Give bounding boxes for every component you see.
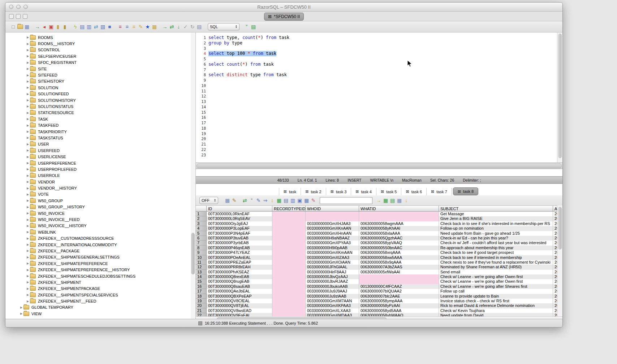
cell-subject[interactable]: Follow-up on nomination [439,226,553,231]
disclosure-triangle-icon[interactable]: ▶ [26,293,30,296]
sql-editor[interactable]: 1select type, count(*) from task2group b… [196,32,557,162]
cell-id[interactable]: 00T3000000PfvKSEAZ [207,270,272,274]
disclosure-triangle-icon[interactable]: ▶ [26,193,30,196]
editor-line-1[interactable]: 1select type, count(*) from task [196,35,557,40]
execute-statement-icon[interactable]: → [161,23,168,30]
cell-subject[interactable]: Check back to see if good target prospec… [439,250,553,255]
cell-whatid[interactable]: 006300000058yhWAAQ [359,313,439,316]
minimize-window-icon[interactable] [16,5,21,9]
disclosure-triangle-icon[interactable]: ▶ [26,249,30,252]
cell-whatid[interactable]: 006300000058xrqAAA [359,250,439,255]
disclosure-triangle-icon[interactable]: ▶ [26,48,30,52]
tree-item-w50_invoice__history[interactable]: ▶W50_INVOICE__HISTORY [5,223,195,229]
row-number-cell[interactable]: 19 [196,299,207,303]
tree-item-zkfedex__package[interactable]: ▶ZKFEDEX__PACKAGE [5,248,195,254]
disclosure-triangle-icon[interactable]: ▶ [26,281,30,284]
edit-cell-icon[interactable]: ✎ [255,197,262,204]
table-row[interactable]: 800T3000000P46qnEAB0033000000H9i0pAAB006… [196,246,557,250]
column-header-whatid[interactable]: WHATID [359,205,439,212]
row-number-cell[interactable]: 21 [196,308,207,313]
tree-item-sfdc_registrant[interactable]: ▶SFDC_REGISTRANT [5,60,195,66]
row-number-cell[interactable]: 22 [196,313,207,316]
compare-icon[interactable]: ≡ [117,23,124,30]
tree-item-userfeed[interactable]: ▶USERFEED [5,147,195,153]
cell-whatid[interactable]: 00630000005S0bnAAC [359,246,439,250]
tree-item-scontrol[interactable]: ▶SCONTROL [5,47,195,53]
tree-item-zkfedex__shipmentpackage[interactable]: ▶ZKFEDEX__SHIPMENTPACKAGE [5,286,195,292]
cell-recordtypeid[interactable] [272,246,306,250]
cell-id[interactable]: 00T3000000PRR8rEAH [207,265,272,269]
cell-subject[interactable]: Rick to email David & reference Delmonte… [439,303,553,308]
table-row[interactable]: 600T3000000P3tuvEAB0033000000H9aNBAAZ006… [196,236,557,240]
result-tab-task-7[interactable]: ⊠task 7 [427,188,452,195]
disclosure-triangle-icon[interactable]: ▶ [26,237,30,240]
cell-whatid[interactable]: 006300000058yPzAAI [359,303,439,308]
row-number-cell[interactable]: 2 [196,216,207,221]
disclosure-triangle-icon[interactable]: ▶ [26,105,30,108]
tree-item-solutionfeed[interactable]: ▶SOLUTIONFEED [5,91,195,97]
cell-subject[interactable]: Check w/ Leanne - we're going after Owen… [439,274,553,279]
cell-subject[interactable]: Nominated by Shane Freeman at ANZ (HR50) [439,265,553,269]
row-number-cell[interactable]: 6 [196,236,207,240]
column-header-subject[interactable]: SUBJECT [439,205,553,212]
result-tab-task[interactable]: ⊠task [279,188,301,195]
cell-id[interactable]: 00T3000000QAeJbEAL [207,289,272,294]
editor-line-11[interactable]: 11 [196,88,557,94]
cell-subject[interactable]: Check w/ Kevin Tsujihara [439,308,553,313]
db-browser-icon[interactable]: ▧ [99,23,106,30]
cell-id[interactable]: 00T3000000QV8TjEAL [207,303,272,308]
cell-subject[interactable]: Re-approach about membership this year [439,246,553,250]
disclosure-triangle-icon[interactable]: ▶ [26,224,30,228]
table-row[interactable]: 300T3000000OiyJgEAJ0033000000GmXHJAA3006… [196,221,557,226]
cell-id[interactable]: 00T3000000QV9FaEAL [207,313,272,316]
editor-line-6[interactable]: 6select count(*) from task [196,62,557,67]
cell-recordtypeid[interactable] [272,274,306,279]
cell-subject[interactable]: Leanne to provide update to Bain [439,294,553,299]
add-row-icon[interactable]: ▤ [389,197,396,204]
cell-id[interactable]: 00T3000000POeAnEAL [207,255,272,260]
edit-sql-icon[interactable]: ✎ [231,197,238,204]
row-number-cell[interactable]: 13 [196,270,207,274]
zoom-window-icon[interactable] [23,5,28,9]
cell-subject[interactable]: Get Massage [439,212,553,216]
table-row[interactable]: 700T3000000P3yrbEAB0033000000GmXPYAA3006… [196,240,557,245]
cell-id[interactable]: 00T3000000Q8sauEAB [207,284,272,289]
cell-subject[interactable]: Check-in w/ Jeff - couldn't afford last … [439,240,553,245]
mdi-control-icon[interactable] [23,14,27,19]
cell-recordtypeid[interactable] [272,216,306,221]
cell-whatid[interactable]: 006300000058x9qAAA [359,260,439,265]
cell-whatid[interactable]: 00630000007blc2AAE [359,294,439,299]
column-header-whoid[interactable]: WHOID [306,205,359,212]
row-number-cell[interactable]: 16 [196,284,207,289]
close-tab-icon[interactable]: ⊠ [284,189,287,194]
table-row[interactable]: 1700T3000000QAeJbEAL0033000000Ju9J9AAJ00… [196,289,557,294]
disclosure-triangle-icon[interactable]: ▶ [26,149,30,152]
cell-subject[interactable]: Need update from Bain - gave go ahead 1/… [439,231,553,236]
disconnect-db-icon[interactable]: ◂ [41,23,48,30]
cell-recordtypeid[interactable] [272,260,306,265]
new-db-object-icon[interactable]: ▮ [55,23,61,30]
export-data-icon[interactable]: ▥ [86,23,92,30]
results-search-input[interactable] [320,197,372,204]
cell-whoid[interactable]: 0033000000JbvRJAAZ [306,279,359,284]
table-row[interactable]: 500T3000000P3N4pEAF0033000000GmXHnAAN006… [196,231,557,236]
result-tab-task-3[interactable]: ⊠task 3 [326,188,351,195]
title-bar[interactable]: RazorSQL – SFDCW50 II [5,3,562,12]
cell-whatid[interactable]: 006300000058ympAAA [359,299,439,303]
cell-id[interactable]: 00T3000000P3tuvEAB [207,236,272,240]
editor-line-3[interactable]: 3 [196,46,557,51]
row-number-cell[interactable]: 5 [196,231,207,236]
copy-table-icon[interactable]: ▣ [48,23,55,30]
tree-item-w50_group__history[interactable]: ▶W50_GROUP__HISTORY [5,204,195,210]
row-number-cell[interactable]: 20 [196,303,207,308]
disclosure-triangle-icon[interactable]: ▶ [26,143,30,146]
mdi-window-controls[interactable] [9,14,27,19]
tree-item-userrole[interactable]: ▶USERROLE [5,173,195,179]
table-row[interactable]: 1800T3000000QBXPeEAP0033000000Ju9zlAAB00… [196,294,557,299]
cell-subject[interactable]: Check back in to see if she's interested… [439,221,553,226]
doc-view-icon[interactable]: ▥ [289,197,296,204]
cell-whoid[interactable] [306,212,359,216]
editor-line-8[interactable]: 8select distinct type from task [196,72,557,78]
cell-recordtypeid[interactable] [272,313,306,316]
table-row[interactable]: 1100T3000000PREZaEAP0033000000GmXOiAAN00… [196,260,557,265]
